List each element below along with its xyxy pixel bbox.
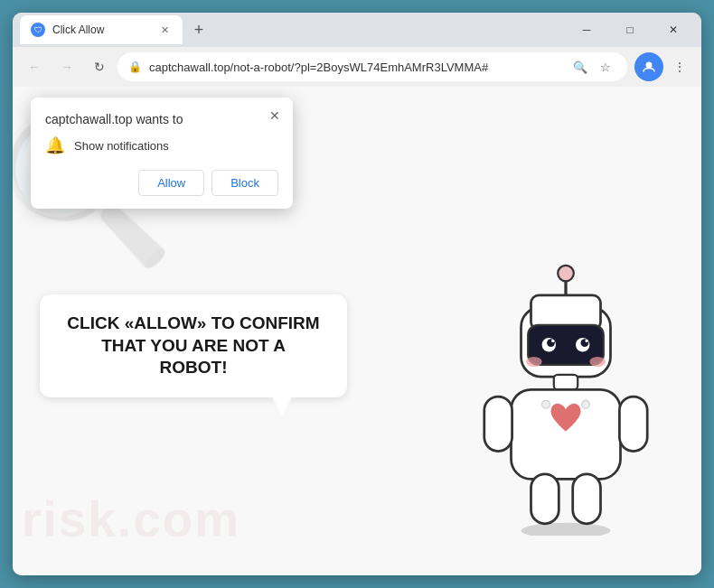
- svg-point-0: [646, 62, 653, 69]
- bookmark-icon-button[interactable]: ☆: [595, 56, 616, 78]
- profile-icon[interactable]: [634, 52, 663, 81]
- close-button[interactable]: ✕: [653, 16, 694, 43]
- block-button[interactable]: Block: [211, 170, 278, 196]
- svg-rect-20: [484, 397, 512, 452]
- minimize-button[interactable]: ─: [566, 16, 607, 43]
- title-bar: 🛡 Click Allow ✕ + ─ □ ✕: [13, 13, 701, 47]
- speech-bubble: CLICK «ALLOW» TO CONFIRM THAT YOU ARE NO…: [40, 294, 347, 397]
- address-bar[interactable]: 🔒 captchawall.top/not-a-robot/?pl=2BoysW…: [117, 52, 627, 81]
- forward-button[interactable]: →: [52, 52, 81, 81]
- address-icons: 🔍 ☆: [569, 56, 616, 78]
- svg-rect-16: [554, 375, 578, 390]
- svg-point-18: [542, 400, 550, 408]
- browser-icons: ⋮: [634, 52, 694, 81]
- svg-point-9: [551, 340, 554, 342]
- svg-point-24: [521, 523, 611, 536]
- svg-point-14: [526, 357, 542, 367]
- tab-favicon: 🛡: [31, 23, 45, 37]
- back-button[interactable]: ←: [20, 52, 49, 81]
- browser-window: 🛡 Click Allow ✕ + ─ □ ✕ ← → ↻ 🔒 captchaw…: [13, 13, 701, 575]
- popup-close-button[interactable]: ✕: [266, 107, 284, 125]
- svg-rect-21: [619, 397, 647, 452]
- content-area: 🔍 risk.com ✕ captchawall.top wants to 🔔 …: [13, 87, 701, 575]
- more-options-button[interactable]: ⋮: [665, 52, 694, 81]
- lock-icon: 🔒: [128, 61, 142, 73]
- svg-point-19: [582, 400, 590, 408]
- svg-rect-23: [573, 474, 601, 524]
- allow-button[interactable]: Allow: [138, 170, 204, 196]
- svg-rect-17: [512, 389, 621, 479]
- svg-point-2: [558, 266, 574, 282]
- text-watermark: risk.com: [22, 490, 240, 548]
- search-icon-button[interactable]: 🔍: [569, 56, 591, 78]
- notification-popup: ✕ captchawall.top wants to 🔔 Show notifi…: [31, 98, 293, 209]
- refresh-button[interactable]: ↻: [85, 52, 114, 81]
- window-controls: ─ □ ✕: [566, 16, 694, 43]
- active-tab[interactable]: 🛡 Click Allow ✕: [20, 15, 183, 44]
- popup-title: captchawall.top wants to: [45, 112, 278, 126]
- new-tab-button[interactable]: +: [186, 17, 211, 42]
- notification-row: 🔔 Show notifications: [45, 135, 278, 155]
- svg-point-15: [589, 357, 606, 367]
- robot-image: [466, 257, 665, 539]
- popup-buttons: Allow Block: [45, 170, 278, 196]
- captcha-message: CLICK «ALLOW» TO CONFIRM THAT YOU ARE NO…: [67, 313, 320, 379]
- bell-icon: 🔔: [45, 135, 65, 155]
- tab-title: Click Allow: [52, 23, 150, 36]
- tab-bar: 🛡 Click Allow ✕ +: [20, 15, 566, 44]
- svg-point-13: [585, 340, 587, 342]
- svg-rect-22: [531, 474, 559, 524]
- maximize-button[interactable]: □: [609, 16, 651, 43]
- url-display: captchawall.top/not-a-robot/?pl=2BoysWL7…: [149, 61, 562, 74]
- nav-bar: ← → ↻ 🔒 captchawall.top/not-a-robot/?pl=…: [13, 47, 701, 87]
- tab-close-button[interactable]: ✕: [157, 23, 172, 37]
- show-notifications-text: Show notifications: [74, 139, 169, 153]
